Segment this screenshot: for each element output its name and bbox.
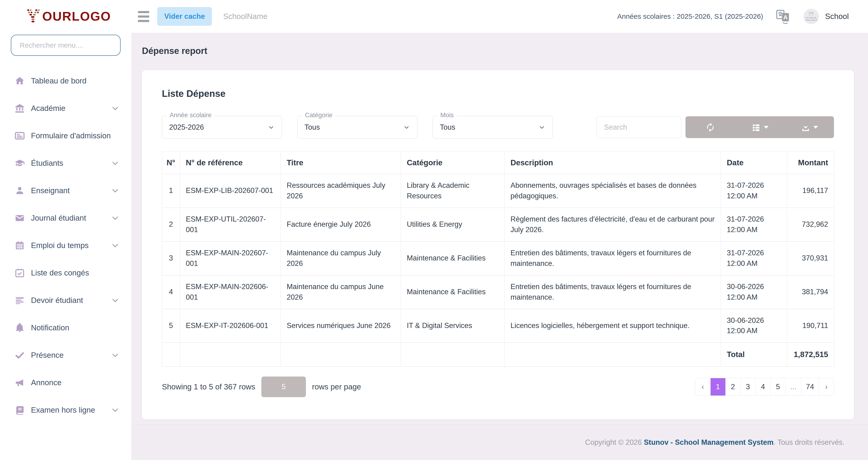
avatar[interactable]: NO IMAGE AVAILABLE <box>804 9 819 24</box>
megaphone-icon <box>13 377 26 388</box>
page-next-button[interactable]: › <box>819 378 834 396</box>
cell-categorie: Library & Academic Resources <box>401 174 505 208</box>
sidebar-item-devoir-etudiant[interactable]: Devoir étudiant <box>0 287 131 314</box>
header-montant: Montant <box>787 152 834 174</box>
filter-value: 2025-2026 <box>169 123 204 132</box>
sidebar-item-academie[interactable]: Académie <box>0 95 131 122</box>
pagination: ‹ 1 2 3 4 5 ... 74 › <box>695 378 834 396</box>
filter-label: Mois <box>437 111 457 119</box>
sidebar-item-annonce[interactable]: Annonce <box>0 369 131 396</box>
user-icon <box>13 185 26 196</box>
refresh-icon <box>706 122 715 132</box>
school-name-link[interactable]: SchoolName <box>223 12 268 21</box>
cell-date: 31-07-2026 12:00 AM <box>721 208 787 241</box>
columns-icon <box>751 122 761 132</box>
logo-text: OURLOGO <box>42 9 111 24</box>
filters-row: Année scolaire 2025-2026 Catégorie Tous … <box>162 116 834 138</box>
sidebar-item-notification[interactable]: Notification <box>0 314 131 341</box>
cell-empty <box>281 342 401 366</box>
chevron-down-icon <box>111 351 119 359</box>
profile-menu-label[interactable]: School <box>825 12 849 21</box>
logo-mark-icon <box>26 9 41 24</box>
page-button-2[interactable]: 2 <box>725 378 740 396</box>
sidebar-item-label: Formulaire d'admission <box>31 131 111 140</box>
sidebar-item-presence[interactable]: Présence <box>0 341 131 369</box>
sidebar-item-label: Notification <box>31 323 69 332</box>
filter-mois-select[interactable]: Mois Tous <box>433 116 553 138</box>
page-prev-button[interactable]: ‹ <box>695 378 710 396</box>
cell-date: 30-06-2026 12:00 AM <box>721 275 787 309</box>
sidebar-item-label: Examen hors ligne <box>31 405 95 415</box>
sidebar-item-label: Annonce <box>31 378 61 387</box>
cell-montant: 381,794 <box>787 275 834 309</box>
sidebar-item-label: Étudiants <box>31 159 63 168</box>
chevron-down-icon <box>538 124 546 131</box>
logo[interactable]: OURLOGO <box>0 0 131 32</box>
cell-no: 1 <box>162 174 180 208</box>
sidebar-item-examen-hors-ligne[interactable]: Examen hors ligne <box>0 396 131 424</box>
chevron-down-icon <box>111 241 119 250</box>
sidebar-item-liste-des-conges[interactable]: Liste des congés <box>0 259 131 287</box>
header-categorie: Catégorie <box>401 152 505 174</box>
chevron-down-icon <box>268 124 275 131</box>
page-button-74[interactable]: 74 <box>801 378 819 396</box>
cell-reference: ESM-EXP-MAIN-202606-001 <box>180 275 281 309</box>
filter-label: Catégorie <box>302 111 335 119</box>
calendar-icon <box>13 240 26 251</box>
school-year-session-label: Années scolaires : 2025-2026, S1 (2025-2… <box>617 12 763 21</box>
sidebar-item-tableau-de-bord[interactable]: Tableau de bord <box>0 67 131 95</box>
cell-titre: Ressources académiques July 2026 <box>281 174 401 208</box>
columns-toggle-button[interactable] <box>735 116 784 138</box>
app-root: OURLOGO Tableau de bord Académie <box>0 0 868 460</box>
cell-no: 5 <box>162 309 180 343</box>
page-button-4[interactable]: 4 <box>755 378 770 396</box>
sidebar-item-label: Enseignant <box>31 186 70 195</box>
hamburger-menu-icon[interactable] <box>138 11 149 22</box>
cell-titre: Maintenance du campus July 2026 <box>281 241 401 275</box>
admission-card-icon <box>13 130 26 141</box>
filter-value: Tous <box>305 123 320 132</box>
table-search-input[interactable] <box>596 116 681 138</box>
sidebar-item-formulaire-admission[interactable]: Formulaire d'admission <box>0 122 131 149</box>
sidebar-item-label: Devoir étudiant <box>31 296 83 305</box>
page-button-1[interactable]: 1 <box>710 378 725 396</box>
menu-search-input[interactable] <box>11 35 121 56</box>
chevron-down-icon <box>403 124 410 131</box>
table-total-row: Total 1,872,515 <box>162 342 834 366</box>
header-reference: N° de référence <box>180 152 281 174</box>
sidebar-item-emploi-du-temps[interactable]: Emploi du temps <box>0 232 131 259</box>
cell-montant: 370,931 <box>787 241 834 275</box>
bank-icon <box>13 103 26 114</box>
table-row: 1 ESM-EXP-LIB-202607-001 Ressources acad… <box>162 174 834 208</box>
assignment-lines-icon <box>13 295 26 306</box>
cell-titre: Facture énergie July 2026 <box>281 208 401 241</box>
footer-brand-link[interactable]: Stunov - School Management System <box>644 438 773 447</box>
chevron-down-icon <box>111 104 119 112</box>
clear-cache-button[interactable]: Vider cache <box>157 7 212 26</box>
sidebar-item-enseignant[interactable]: Enseignant <box>0 177 131 204</box>
page-button-5[interactable]: 5 <box>770 378 785 396</box>
cell-description: Règlement des factures d'électricité, d'… <box>505 208 721 241</box>
home-icon <box>13 75 26 87</box>
page-title: Dépense report <box>142 46 854 56</box>
filter-categorie-select[interactable]: Catégorie Tous <box>297 116 417 138</box>
table-header-row: N° N° de référence Titre Catégorie Descr… <box>162 152 834 174</box>
sidebar-item-journal-etudiant[interactable]: Journal étudiant <box>0 204 131 232</box>
page-button-3[interactable]: 3 <box>740 378 755 396</box>
export-button[interactable] <box>784 116 834 138</box>
photo-placeholder-icon <box>808 11 814 16</box>
book-icon <box>13 404 26 416</box>
sidebar-item-etudiants[interactable]: Étudiants <box>0 149 131 177</box>
sidebar-item-label: Emploi du temps <box>31 241 89 250</box>
graduation-cap-icon <box>13 158 26 169</box>
chevron-down-icon <box>111 159 119 167</box>
cell-categorie: Maintenance & Facilities <box>401 241 505 275</box>
filter-annee-scolaire-select[interactable]: Année scolaire 2025-2026 <box>162 116 282 138</box>
page-size-dropdown[interactable]: 5 <box>261 376 306 397</box>
refresh-button[interactable] <box>685 116 735 138</box>
cell-reference: ESM-EXP-IT-202606-001 <box>180 309 281 343</box>
cell-empty <box>401 342 505 366</box>
translate-language-icon[interactable]: A <box>775 9 790 24</box>
chevron-down-icon <box>111 296 119 304</box>
cell-date: 30-06-2026 12:00 AM <box>721 309 787 343</box>
